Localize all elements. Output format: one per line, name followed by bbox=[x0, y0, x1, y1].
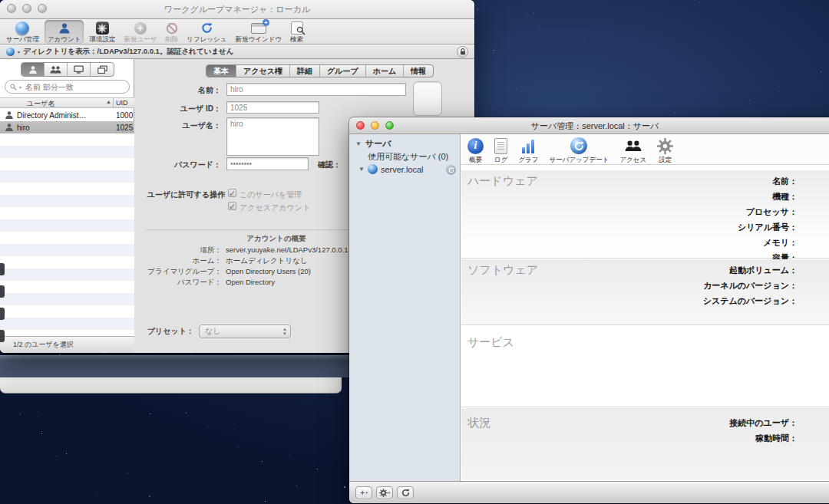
manage-server-checkbox[interactable]: ✓ bbox=[228, 189, 236, 197]
toolbar-search-button[interactable]: 検索 bbox=[287, 20, 306, 44]
tab-computer-groups[interactable] bbox=[91, 63, 114, 76]
field-label-uptime: 稼動時間： bbox=[472, 430, 798, 446]
user-row-selected[interactable]: hiro 1025 bbox=[0, 121, 134, 133]
tab-home[interactable]: ホーム bbox=[366, 65, 404, 77]
bar-chart-icon bbox=[522, 138, 534, 153]
user-row[interactable]: Directory Administ… 1000 bbox=[0, 109, 134, 121]
tab-users[interactable] bbox=[21, 63, 45, 76]
toolbar-overview-button[interactable]: i 概要 bbox=[467, 137, 484, 165]
userid-field[interactable]: 1025 bbox=[226, 101, 319, 114]
toolbar-server-updates-button[interactable]: サーバアップデート bbox=[550, 137, 609, 165]
sidebar-item-server-local[interactable]: ▼ server.local bbox=[358, 164, 424, 174]
access-account-checkbox[interactable]: ✓ bbox=[228, 202, 236, 210]
toolbar-server-admin-button[interactable]: サーバ管理 bbox=[3, 20, 42, 44]
column-divider[interactable] bbox=[113, 98, 114, 108]
disclosure-triangle-icon[interactable]: ▼ bbox=[355, 140, 362, 147]
toolbar-settings-button[interactable]: 設定 bbox=[657, 137, 673, 165]
toolbar-logs-button[interactable]: ログ bbox=[494, 137, 507, 165]
tab-advanced[interactable]: 詳細 bbox=[290, 65, 320, 77]
directory-globe-icon[interactable] bbox=[6, 48, 15, 56]
column-uid[interactable]: UID bbox=[116, 99, 128, 107]
name-field[interactable]: hiro bbox=[226, 83, 406, 96]
lock-icon bbox=[459, 48, 467, 56]
sidebar-item-servers[interactable]: ▼ サーバ bbox=[355, 138, 391, 150]
toolbar-preferences-button[interactable]: 環境設定 bbox=[86, 20, 118, 44]
userid-label: ユーザ ID： bbox=[144, 104, 221, 114]
refresh-button[interactable] bbox=[397, 486, 414, 499]
window-title: ワークグループマネージャ：ローカル bbox=[0, 0, 474, 18]
connection-badge[interactable] bbox=[446, 165, 456, 175]
sa-titlebar[interactable]: サーバ管理：server.local：サーバ bbox=[349, 117, 829, 134]
monitor-icon bbox=[74, 65, 84, 74]
preset-popup[interactable]: なし ▲▼ bbox=[199, 324, 291, 338]
dock-item[interactable] bbox=[0, 308, 5, 320]
toolbar-refresh-button[interactable]: リフレッシュ bbox=[183, 20, 230, 44]
magnifier-icon bbox=[296, 26, 306, 35]
refresh-icon bbox=[401, 489, 410, 497]
field-label-connected-users: 接続中のユーザ： bbox=[472, 415, 798, 430]
picture-well[interactable] bbox=[413, 81, 442, 116]
wgm-sidebar: ▾ ユーザ名 ▲ UID Directory Administ… 1000 hi… bbox=[0, 59, 134, 353]
section-software: ソフトウェア 起動ボリューム： カーネルのバージョン： システムのバージョン： bbox=[461, 259, 829, 325]
gear-icon bbox=[657, 138, 673, 154]
tab-groups[interactable] bbox=[45, 63, 68, 76]
sa-toolbar: i 概要 ログ グラフ サーバアップデート アクセス bbox=[461, 134, 829, 165]
info-icon: i bbox=[467, 138, 484, 154]
preset-label: プリセット： bbox=[135, 326, 194, 337]
plus-icon: + bbox=[134, 22, 147, 35]
prohibit-icon bbox=[166, 22, 178, 35]
field-label-kernel-version: カーネルのバージョン： bbox=[472, 278, 798, 293]
user-list-empty-rows[interactable] bbox=[0, 133, 134, 336]
server-sphere-icon bbox=[15, 21, 29, 35]
toolbar-delete-button: 削除 bbox=[162, 20, 181, 44]
sa-main-area: i 概要 ログ グラフ サーバアップデート アクセス bbox=[461, 134, 829, 481]
dock-item[interactable] bbox=[0, 285, 5, 298]
sidebar-search-field[interactable]: ▾ bbox=[5, 80, 130, 94]
refresh-icon bbox=[448, 167, 454, 173]
tab-computers[interactable] bbox=[68, 63, 91, 76]
disclosure-triangle-icon[interactable]: ▼ bbox=[358, 166, 365, 173]
selection-status: 1/2 のユーザを選択 bbox=[0, 336, 134, 353]
toolbar-graphs-button[interactable]: グラフ bbox=[518, 137, 538, 165]
home-value: ホームディレクトリなし bbox=[226, 256, 308, 266]
section-hardware: ハードウェア 名前： 機種： プロセッサ： シリアル番号： メモリ： 容量： bbox=[461, 170, 829, 259]
location-label: 場所： bbox=[135, 245, 222, 255]
password-type-label: パスワード： bbox=[135, 278, 222, 288]
sidebar-item-available-servers[interactable]: 使用可能なサーバ (0) bbox=[368, 151, 448, 163]
tab-privileges[interactable]: アクセス権 bbox=[236, 65, 290, 77]
tab-groups[interactable]: グループ bbox=[320, 65, 366, 77]
search-input[interactable] bbox=[24, 82, 124, 92]
tab-info[interactable]: 情報 bbox=[404, 65, 433, 77]
window-icon: + bbox=[251, 23, 266, 34]
plus-badge-icon: + bbox=[263, 19, 269, 26]
toolbar-new-window-button[interactable]: + 新規ウインドウ bbox=[233, 20, 286, 44]
lock-button[interactable] bbox=[457, 46, 468, 58]
desktop: ワークグループマネージャ：ローカル サーバ管理 アカウント 環境設定 + 新規ユ… bbox=[0, 0, 829, 504]
add-button[interactable]: +▾ bbox=[355, 486, 372, 499]
username-field[interactable]: hiro bbox=[226, 117, 319, 156]
refresh-icon bbox=[574, 141, 584, 151]
wgm-toolbar: サーバ管理 アカウント 環境設定 + 新規ユーザ 削除 リフレッシュ bbox=[0, 19, 474, 44]
person-icon bbox=[58, 22, 71, 35]
toolbar-access-button[interactable]: アクセス bbox=[619, 137, 646, 165]
toolbar-new-user-button: + 新規ユーザ bbox=[121, 20, 160, 44]
tab-basic[interactable]: 基本 bbox=[206, 65, 236, 77]
dock-item[interactable] bbox=[0, 330, 5, 342]
section-services: サービス bbox=[461, 326, 829, 407]
field-label-processor: プロセッサ： bbox=[472, 204, 798, 219]
section-title: サービス bbox=[467, 335, 514, 350]
column-username[interactable]: ユーザ名 bbox=[27, 99, 54, 109]
toolbar-accounts-button[interactable]: アカウント bbox=[45, 20, 84, 44]
action-button[interactable]: ▾ bbox=[376, 486, 393, 499]
password-type-value: Open Directory bbox=[226, 278, 275, 286]
wgm-titlebar[interactable]: ワークグループマネージャ：ローカル bbox=[0, 0, 474, 19]
allow-label: ユーザに許可する操作 bbox=[135, 189, 225, 200]
chevron-down-icon: ▾ bbox=[18, 49, 20, 54]
access-account-label: アクセスアカウント bbox=[239, 203, 310, 213]
dock-item[interactable] bbox=[0, 263, 5, 275]
primary-group-value: Open Directory Users (20) bbox=[226, 267, 311, 275]
gear-icon bbox=[97, 24, 107, 33]
account-tabs: 基本 アクセス権 詳細 グループ ホーム 情報 bbox=[206, 64, 434, 77]
people-icon bbox=[625, 140, 642, 153]
user-list-header[interactable]: ユーザ名 ▲ UID bbox=[0, 97, 134, 108]
